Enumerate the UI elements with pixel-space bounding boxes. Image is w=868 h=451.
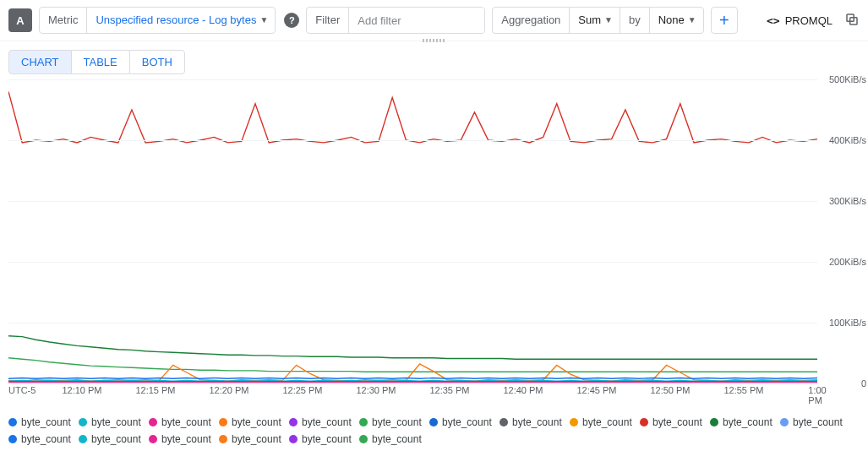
- legend-swatch-icon: [149, 435, 157, 443]
- legend-item[interactable]: byte_count: [8, 414, 79, 431]
- gridline: [8, 262, 817, 263]
- promql-label: PROMQL: [785, 14, 833, 27]
- legend-item[interactable]: byte_count: [79, 414, 149, 431]
- legend-label: byte_count: [232, 416, 281, 428]
- metric-selector[interactable]: Metric Unspecified resource - Log bytes …: [39, 7, 276, 34]
- legend-item[interactable]: byte_count: [500, 414, 570, 431]
- legend-label: byte_count: [302, 433, 352, 445]
- copy-icon[interactable]: [844, 12, 860, 30]
- legend-swatch-icon: [289, 418, 298, 427]
- legend-label: byte_count: [723, 416, 772, 428]
- promql-button[interactable]: <> PROMQL: [762, 14, 838, 27]
- chevron-down-icon: ▼: [604, 8, 613, 33]
- tab-both[interactable]: BOTH: [129, 50, 185, 74]
- y-tick-label: 200KiB/s: [829, 257, 866, 267]
- plot-area: [8, 79, 817, 383]
- legend-swatch-icon: [149, 418, 157, 427]
- x-tick-label: 12:25 PM: [282, 385, 322, 395]
- x-tick-label: 1:00 PM: [808, 385, 826, 405]
- legend-item[interactable]: byte_count: [289, 414, 359, 431]
- y-tick-label: 300KiB/s: [829, 196, 866, 206]
- y-tick-label: 400KiB/s: [829, 135, 866, 145]
- legend-swatch-icon: [780, 418, 789, 427]
- legend-label: byte_count: [161, 416, 211, 428]
- filter-label: Filter: [307, 8, 349, 33]
- tab-chart[interactable]: CHART: [8, 50, 72, 74]
- legend-label: byte_count: [372, 416, 422, 428]
- code-icon: <>: [767, 14, 780, 27]
- chevron-down-icon: ▼: [688, 8, 696, 33]
- y-axis: 500KiB/s400KiB/s300KiB/s200KiB/s100KiB/s…: [820, 79, 866, 383]
- chevron-down-icon: ▼: [259, 8, 268, 33]
- legend-label: byte_count: [21, 433, 71, 445]
- drag-handle-icon[interactable]: [423, 39, 446, 42]
- metric-value[interactable]: Unspecified resource - Log bytes ▼: [87, 8, 275, 33]
- gridline: [8, 383, 817, 384]
- legend-label: byte_count: [582, 416, 632, 428]
- chart: 500KiB/s400KiB/s300KiB/s200KiB/s100KiB/s…: [0, 79, 868, 409]
- gridline: [8, 323, 817, 323]
- legend-item[interactable]: byte_count: [429, 414, 500, 431]
- legend-item[interactable]: byte_count: [219, 431, 289, 448]
- filter-control[interactable]: Filter: [306, 7, 485, 34]
- add-query-button[interactable]: +: [711, 7, 738, 34]
- y-tick-label: 500KiB/s: [829, 74, 866, 84]
- gridline: [8, 79, 817, 80]
- legend-swatch-icon: [710, 418, 718, 427]
- legend-item[interactable]: byte_count: [710, 414, 780, 431]
- chart-legend: byte_countbyte_countbyte_countbyte_count…: [0, 409, 868, 451]
- legend-item[interactable]: byte_count: [359, 414, 429, 431]
- legend-label: byte_count: [652, 416, 702, 428]
- legend-item[interactable]: byte_count: [219, 414, 289, 431]
- x-tick-label: 12:15 PM: [135, 385, 175, 395]
- legend-item[interactable]: byte_count: [640, 414, 710, 431]
- filter-input[interactable]: [349, 8, 484, 33]
- legend-swatch-icon: [219, 435, 227, 443]
- legend-label: byte_count: [793, 416, 843, 428]
- legend-swatch-icon: [359, 435, 368, 443]
- chart-lines: [8, 79, 817, 383]
- x-axis: UTC-512:10 PM12:15 PM12:20 PM12:25 PM12:…: [8, 385, 817, 399]
- legend-swatch-icon: [219, 418, 227, 427]
- gridline: [8, 140, 817, 141]
- y-tick-label: 0: [861, 378, 866, 389]
- help-icon[interactable]: ?: [284, 13, 299, 28]
- x-tick-label: 12:35 PM: [429, 385, 469, 395]
- legend-item[interactable]: byte_count: [8, 431, 79, 448]
- query-toolbar: A Metric Unspecified resource - Log byte…: [0, 0, 868, 41]
- x-tick-label: 12:30 PM: [356, 385, 396, 395]
- legend-label: byte_count: [21, 416, 71, 428]
- legend-item[interactable]: byte_count: [289, 431, 359, 448]
- legend-swatch-icon: [79, 418, 87, 427]
- legend-item[interactable]: byte_count: [780, 414, 850, 431]
- legend-item[interactable]: byte_count: [149, 431, 219, 448]
- groupby-value[interactable]: None ▼: [650, 8, 703, 33]
- aggregation-value-text: Sum: [578, 8, 601, 33]
- legend-item[interactable]: byte_count: [359, 431, 429, 448]
- legend-swatch-icon: [640, 418, 648, 427]
- query-badge: A: [8, 8, 32, 32]
- legend-swatch-icon: [79, 435, 87, 443]
- gridline: [8, 201, 817, 202]
- legend-item[interactable]: byte_count: [79, 431, 149, 448]
- aggregation-control[interactable]: Aggregation Sum ▼ by None ▼: [492, 7, 703, 34]
- legend-swatch-icon: [8, 435, 17, 443]
- legend-swatch-icon: [500, 418, 508, 427]
- legend-item[interactable]: byte_count: [570, 414, 640, 431]
- metric-value-text: Unspecified resource - Log bytes: [96, 8, 256, 33]
- x-tick-label: 12:50 PM: [650, 385, 690, 395]
- aggregation-label: Aggregation: [493, 8, 570, 33]
- legend-swatch-icon: [289, 435, 298, 443]
- legend-item[interactable]: byte_count: [149, 414, 219, 431]
- view-tabs: CHART TABLE BOTH: [0, 41, 868, 79]
- legend-swatch-icon: [429, 418, 438, 427]
- groupby-value-text: None: [658, 8, 685, 33]
- tab-table[interactable]: TABLE: [72, 50, 129, 74]
- aggregation-value[interactable]: Sum ▼: [570, 8, 620, 33]
- x-tick-label: UTC-5: [8, 385, 35, 395]
- legend-label: byte_count: [161, 433, 211, 445]
- legend-label: byte_count: [91, 416, 141, 428]
- metric-label: Metric: [40, 8, 87, 33]
- y-tick-label: 100KiB/s: [829, 318, 866, 328]
- legend-label: byte_count: [91, 433, 141, 445]
